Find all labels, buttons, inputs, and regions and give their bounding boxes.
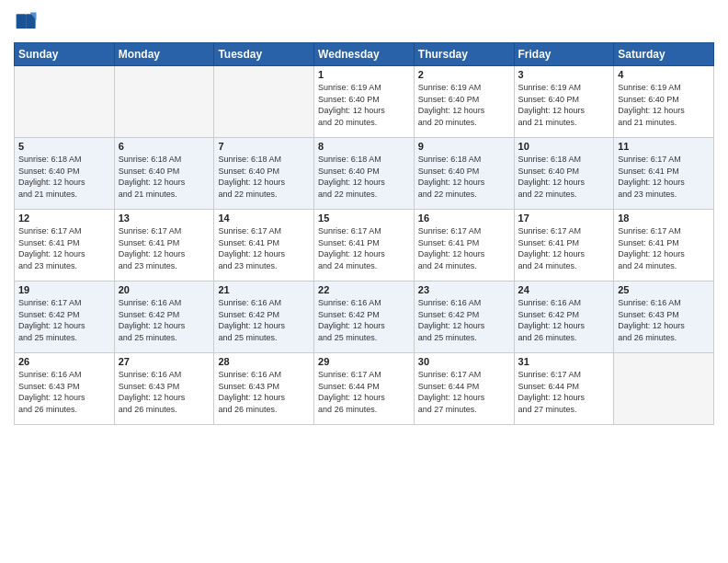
day-info: Sunrise: 6:17 AM Sunset: 6:41 PM Dayligh… [318, 225, 410, 271]
day-info: Sunrise: 6:16 AM Sunset: 6:42 PM Dayligh… [418, 297, 510, 343]
day-number: 1 [318, 69, 410, 80]
day-info: Sunrise: 6:19 AM Sunset: 6:40 PM Dayligh… [318, 82, 410, 128]
calendar-cell: 28Sunrise: 6:16 AM Sunset: 6:43 PM Dayli… [214, 353, 314, 425]
day-info: Sunrise: 6:16 AM Sunset: 6:42 PM Dayligh… [218, 297, 310, 343]
day-number: 28 [218, 356, 310, 367]
week-row-1: 1Sunrise: 6:19 AM Sunset: 6:40 PM Daylig… [15, 66, 714, 138]
day-number: 11 [618, 141, 710, 152]
calendar-cell: 26Sunrise: 6:16 AM Sunset: 6:43 PM Dayli… [15, 353, 115, 425]
day-info: Sunrise: 6:19 AM Sunset: 6:40 PM Dayligh… [618, 82, 710, 128]
day-number: 30 [418, 356, 510, 367]
calendar-cell: 18Sunrise: 6:17 AM Sunset: 6:41 PM Dayli… [614, 210, 714, 282]
calendar-table: SundayMondayTuesdayWednesdayThursdayFrid… [14, 42, 714, 425]
day-number: 24 [518, 284, 610, 295]
calendar-cell: 12Sunrise: 6:17 AM Sunset: 6:41 PM Dayli… [15, 210, 115, 282]
calendar-cell [114, 66, 214, 138]
weekday-header-sunday: Sunday [15, 43, 115, 66]
day-info: Sunrise: 6:16 AM Sunset: 6:43 PM Dayligh… [218, 369, 310, 415]
calendar-cell: 6Sunrise: 6:18 AM Sunset: 6:40 PM Daylig… [114, 138, 214, 210]
day-number: 17 [518, 213, 610, 224]
week-row-2: 5Sunrise: 6:18 AM Sunset: 6:40 PM Daylig… [15, 138, 714, 210]
calendar-cell: 22Sunrise: 6:16 AM Sunset: 6:42 PM Dayli… [314, 282, 415, 353]
week-row-4: 19Sunrise: 6:17 AM Sunset: 6:42 PM Dayli… [15, 282, 714, 353]
calendar-cell: 16Sunrise: 6:17 AM Sunset: 6:41 PM Dayli… [414, 210, 514, 282]
logo [14, 9, 43, 35]
day-number: 16 [418, 213, 510, 224]
calendar-cell: 9Sunrise: 6:18 AM Sunset: 6:40 PM Daylig… [414, 138, 514, 210]
day-number: 5 [18, 141, 110, 152]
day-number: 25 [618, 284, 710, 295]
header [14, 9, 714, 35]
svg-rect-1 [17, 14, 27, 29]
calendar-cell [15, 66, 115, 138]
calendar-cell: 29Sunrise: 6:17 AM Sunset: 6:44 PM Dayli… [314, 353, 415, 425]
day-info: Sunrise: 6:16 AM Sunset: 6:42 PM Dayligh… [119, 297, 210, 343]
day-info: Sunrise: 6:17 AM Sunset: 6:41 PM Dayligh… [518, 225, 610, 271]
day-info: Sunrise: 6:18 AM Sunset: 6:40 PM Dayligh… [418, 154, 510, 200]
day-number: 7 [218, 141, 310, 152]
day-info: Sunrise: 6:17 AM Sunset: 6:41 PM Dayligh… [618, 154, 710, 200]
day-info: Sunrise: 6:18 AM Sunset: 6:40 PM Dayligh… [518, 154, 610, 200]
calendar-cell: 11Sunrise: 6:17 AM Sunset: 6:41 PM Dayli… [614, 138, 714, 210]
calendar-cell: 5Sunrise: 6:18 AM Sunset: 6:40 PM Daylig… [15, 138, 115, 210]
calendar-cell: 10Sunrise: 6:18 AM Sunset: 6:40 PM Dayli… [514, 138, 614, 210]
weekday-header-wednesday: Wednesday [314, 43, 415, 66]
calendar-cell: 19Sunrise: 6:17 AM Sunset: 6:42 PM Dayli… [15, 282, 115, 353]
logo-icon [14, 9, 40, 35]
weekday-header-tuesday: Tuesday [214, 43, 314, 66]
calendar-cell: 14Sunrise: 6:17 AM Sunset: 6:41 PM Dayli… [214, 210, 314, 282]
calendar-cell: 4Sunrise: 6:19 AM Sunset: 6:40 PM Daylig… [614, 66, 714, 138]
day-info: Sunrise: 6:17 AM Sunset: 6:44 PM Dayligh… [418, 369, 510, 415]
day-info: Sunrise: 6:17 AM Sunset: 6:41 PM Dayligh… [218, 225, 310, 271]
calendar-cell: 21Sunrise: 6:16 AM Sunset: 6:42 PM Dayli… [214, 282, 314, 353]
day-number: 26 [18, 356, 110, 367]
calendar-cell [614, 353, 714, 425]
weekday-header-monday: Monday [114, 43, 214, 66]
day-info: Sunrise: 6:16 AM Sunset: 6:43 PM Dayligh… [119, 369, 210, 415]
day-info: Sunrise: 6:17 AM Sunset: 6:44 PM Dayligh… [318, 369, 410, 415]
calendar-cell: 8Sunrise: 6:18 AM Sunset: 6:40 PM Daylig… [314, 138, 415, 210]
day-number: 8 [318, 141, 410, 152]
day-number: 20 [119, 284, 210, 295]
day-number: 29 [318, 356, 410, 367]
day-info: Sunrise: 6:19 AM Sunset: 6:40 PM Dayligh… [518, 82, 610, 128]
week-row-5: 26Sunrise: 6:16 AM Sunset: 6:43 PM Dayli… [15, 353, 714, 425]
weekday-header-saturday: Saturday [614, 43, 714, 66]
day-number: 14 [218, 213, 310, 224]
day-info: Sunrise: 6:17 AM Sunset: 6:41 PM Dayligh… [618, 225, 710, 271]
day-info: Sunrise: 6:16 AM Sunset: 6:42 PM Dayligh… [318, 297, 410, 343]
calendar-cell: 23Sunrise: 6:16 AM Sunset: 6:42 PM Dayli… [414, 282, 514, 353]
day-number: 13 [119, 213, 210, 224]
calendar-cell: 25Sunrise: 6:16 AM Sunset: 6:43 PM Dayli… [614, 282, 714, 353]
weekday-header-row: SundayMondayTuesdayWednesdayThursdayFrid… [15, 43, 714, 66]
calendar-cell: 20Sunrise: 6:16 AM Sunset: 6:42 PM Dayli… [114, 282, 214, 353]
day-number: 4 [618, 69, 710, 80]
day-number: 31 [518, 356, 610, 367]
calendar-cell: 17Sunrise: 6:17 AM Sunset: 6:41 PM Dayli… [514, 210, 614, 282]
calendar-page: SundayMondayTuesdayWednesdayThursdayFrid… [0, 0, 728, 563]
day-number: 12 [18, 213, 110, 224]
day-info: Sunrise: 6:18 AM Sunset: 6:40 PM Dayligh… [119, 154, 210, 200]
calendar-cell: 27Sunrise: 6:16 AM Sunset: 6:43 PM Dayli… [114, 353, 214, 425]
calendar-cell: 1Sunrise: 6:19 AM Sunset: 6:40 PM Daylig… [314, 66, 415, 138]
week-row-3: 12Sunrise: 6:17 AM Sunset: 6:41 PM Dayli… [15, 210, 714, 282]
calendar-cell: 30Sunrise: 6:17 AM Sunset: 6:44 PM Dayli… [414, 353, 514, 425]
day-number: 3 [518, 69, 610, 80]
weekday-header-friday: Friday [514, 43, 614, 66]
day-info: Sunrise: 6:19 AM Sunset: 6:40 PM Dayligh… [418, 82, 510, 128]
calendar-cell: 3Sunrise: 6:19 AM Sunset: 6:40 PM Daylig… [514, 66, 614, 138]
day-info: Sunrise: 6:16 AM Sunset: 6:43 PM Dayligh… [618, 297, 710, 343]
day-info: Sunrise: 6:17 AM Sunset: 6:44 PM Dayligh… [518, 369, 610, 415]
calendar-cell: 2Sunrise: 6:19 AM Sunset: 6:40 PM Daylig… [414, 66, 514, 138]
calendar-cell: 15Sunrise: 6:17 AM Sunset: 6:41 PM Dayli… [314, 210, 415, 282]
day-info: Sunrise: 6:16 AM Sunset: 6:43 PM Dayligh… [18, 369, 110, 415]
day-info: Sunrise: 6:18 AM Sunset: 6:40 PM Dayligh… [318, 154, 410, 200]
day-number: 18 [618, 213, 710, 224]
day-number: 10 [518, 141, 610, 152]
day-number: 27 [119, 356, 210, 367]
day-info: Sunrise: 6:17 AM Sunset: 6:42 PM Dayligh… [18, 297, 110, 343]
day-number: 6 [119, 141, 210, 152]
calendar-cell: 24Sunrise: 6:16 AM Sunset: 6:42 PM Dayli… [514, 282, 614, 353]
day-number: 9 [418, 141, 510, 152]
calendar-cell [214, 66, 314, 138]
